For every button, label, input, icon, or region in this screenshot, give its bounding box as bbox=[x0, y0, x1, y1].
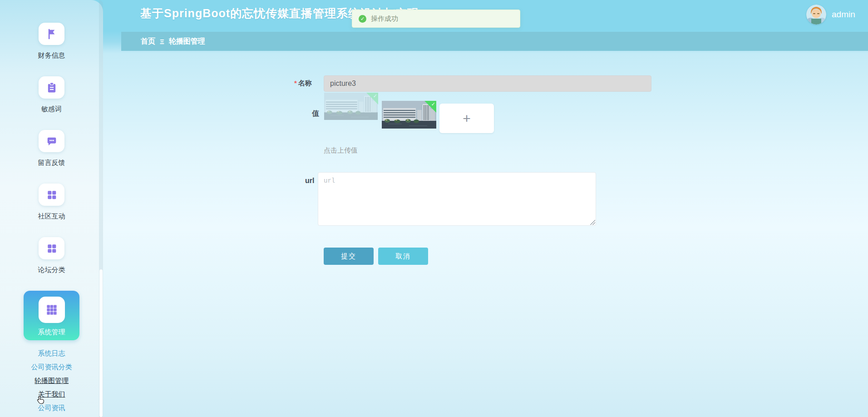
breadcrumb-current: 轮播图管理 bbox=[169, 37, 205, 46]
cancel-button[interactable]: 取消 bbox=[378, 248, 428, 265]
toast-message: 操作成功 bbox=[371, 15, 398, 23]
breadcrumb-separator-icon: Ξ bbox=[160, 38, 164, 45]
username-label[interactable]: admin bbox=[832, 10, 855, 20]
name-field-label: *名称 bbox=[294, 79, 312, 88]
check-icon: ✓ bbox=[373, 93, 377, 99]
sidebar-scrollbar-thumb[interactable] bbox=[99, 269, 103, 417]
sidebar-item-forum-category[interactable]: 论坛分类 bbox=[38, 237, 65, 274]
user-menu[interactable]: admin bbox=[806, 5, 855, 25]
url-field-label: url bbox=[305, 177, 314, 185]
comment-icon bbox=[39, 130, 64, 152]
sidebar-subitem-company-news-category[interactable]: 公司资讯分类 bbox=[31, 362, 72, 371]
url-textarea[interactable] bbox=[318, 172, 596, 226]
sidebar-item-sensitive-words[interactable]: 敏感词 bbox=[39, 76, 64, 114]
sidebar-item-label: 社区互动 bbox=[38, 212, 65, 221]
grid-icon bbox=[39, 237, 64, 259]
clipboard-icon bbox=[39, 76, 64, 99]
breadcrumb-home[interactable]: 首页 bbox=[141, 37, 155, 46]
sidebar-item-label: 财务信息 bbox=[38, 51, 65, 60]
submit-button[interactable]: 提交 bbox=[324, 248, 374, 265]
carousel-image-thumbnail-uploading[interactable]: ✓ bbox=[324, 93, 378, 120]
sidebar-item-feedback[interactable]: 留言反馈 bbox=[38, 130, 65, 167]
success-toast: ✓ 操作成功 bbox=[352, 10, 520, 28]
sidebar-item-system-management-active[interactable]: 系统管理 bbox=[24, 291, 79, 340]
sidebar-item-community[interactable]: 社区互动 bbox=[38, 184, 65, 221]
sidebar-subitem-system-log[interactable]: 系统日志 bbox=[38, 349, 65, 357]
textarea-resize-handle[interactable] bbox=[590, 220, 595, 225]
upload-hint-text: 点击上传值 bbox=[324, 146, 358, 155]
grid-icon bbox=[39, 184, 64, 206]
value-field-label: 值 bbox=[312, 109, 319, 119]
avatar-image bbox=[806, 5, 826, 25]
sidebar-item-label: 系统管理 bbox=[38, 328, 65, 337]
breadcrumb: 首页 Ξ 轮播图管理 bbox=[121, 32, 868, 51]
success-check-icon: ✓ bbox=[359, 15, 366, 23]
flag-icon bbox=[39, 23, 64, 45]
sidebar: 财务信息 敏感词 留言反馈 bbox=[0, 0, 103, 417]
sidebar-item-label: 留言反馈 bbox=[38, 158, 65, 167]
required-asterisk: * bbox=[294, 79, 297, 87]
sidebar-item-label: 敏感词 bbox=[41, 104, 62, 114]
mouse-cursor-icon bbox=[35, 394, 46, 408]
name-input[interactable] bbox=[324, 75, 651, 92]
sidebar-subitem-carousel-management[interactable]: 轮播图管理 bbox=[35, 376, 69, 385]
check-icon: ✓ bbox=[431, 101, 435, 107]
plus-icon: + bbox=[463, 111, 471, 126]
grid9-icon bbox=[39, 297, 65, 323]
sidebar-item-finance[interactable]: 财务信息 bbox=[38, 23, 65, 60]
carousel-image-thumbnail[interactable]: ✓ bbox=[382, 101, 436, 129]
sidebar-item-label: 论坛分类 bbox=[38, 265, 65, 274]
avatar[interactable] bbox=[806, 5, 826, 25]
upload-add-button[interactable]: + bbox=[439, 104, 494, 133]
